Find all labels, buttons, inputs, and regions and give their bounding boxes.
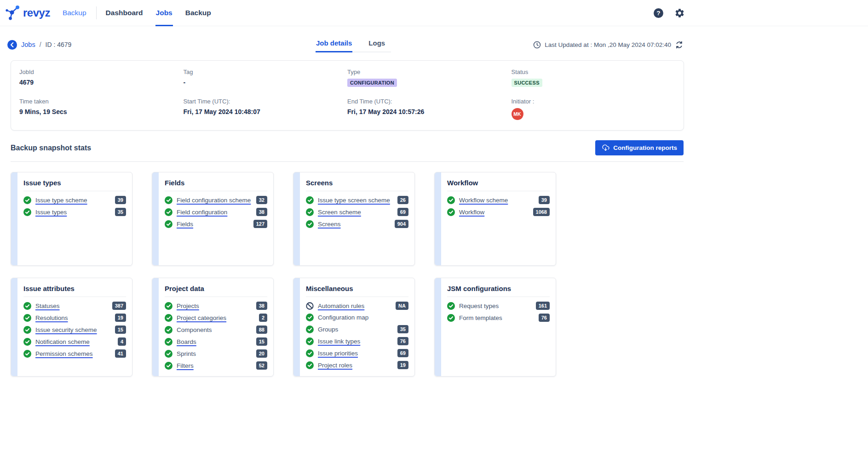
stat-item-link[interactable]: Automation rules bbox=[318, 303, 364, 309]
stat-item-boards: Boards15 bbox=[165, 336, 267, 348]
stat-item-permission-schemes: Permission schemes41 bbox=[23, 348, 126, 360]
nav-item-jobs[interactable]: Jobs bbox=[155, 0, 173, 26]
success-check-icon bbox=[165, 362, 172, 370]
brand[interactable]: revyz bbox=[5, 4, 50, 22]
stat-item-link[interactable]: Projects bbox=[177, 303, 199, 309]
count-badge: NA bbox=[396, 302, 408, 310]
nav-menu: DashboardJobsBackup bbox=[105, 0, 212, 26]
top-navigation: revyz Backup DashboardJobsBackup ? bbox=[0, 0, 868, 26]
card-accent-stripe bbox=[11, 278, 17, 376]
stat-item-link[interactable]: Issue security scheme bbox=[35, 326, 97, 333]
svg-text:?: ? bbox=[656, 10, 660, 17]
success-check-icon bbox=[23, 338, 31, 346]
stat-item-link[interactable]: Field configuration bbox=[177, 209, 227, 216]
stat-card-issue-types: Issue types Issue type scheme39 Issue ty… bbox=[11, 172, 132, 266]
job-field-type: TypeCONFIGURATION bbox=[347, 69, 512, 87]
success-check-icon bbox=[23, 314, 31, 322]
breadcrumb-jobs-link[interactable]: Jobs bbox=[21, 41, 35, 48]
product-label[interactable]: Backup bbox=[63, 9, 86, 17]
stat-item-link[interactable]: Field configuration scheme bbox=[177, 197, 251, 204]
job-field-label: Type bbox=[347, 69, 512, 75]
count-badge: 76 bbox=[539, 314, 550, 322]
stat-item-link[interactable]: Issue type scheme bbox=[35, 197, 87, 204]
job-field-value: Fri, 17 May 2024 10:48:07 bbox=[184, 108, 348, 115]
job-field-value: Fri, 17 May 2024 10:57:26 bbox=[347, 108, 512, 115]
card-accent-stripe bbox=[435, 278, 441, 376]
job-field-label: Initiator : bbox=[512, 98, 676, 105]
nav-item-backup[interactable]: Backup bbox=[185, 0, 212, 26]
stat-item-link[interactable]: Issue type screen scheme bbox=[318, 197, 390, 204]
stat-item-link[interactable]: Screen scheme bbox=[318, 209, 361, 216]
stat-item-link[interactable]: Workflow bbox=[459, 209, 484, 216]
count-badge: 1068 bbox=[533, 208, 550, 216]
stat-item-link[interactable]: Workflow scheme bbox=[459, 197, 508, 204]
success-check-icon bbox=[23, 302, 31, 310]
card-title: JSM configurations bbox=[447, 282, 550, 297]
stat-item-link[interactable]: Issue types bbox=[35, 209, 67, 216]
back-button[interactable] bbox=[7, 40, 17, 50]
job-field-value: - bbox=[184, 79, 348, 86]
count-badge: 35 bbox=[115, 208, 126, 216]
job-field-value: 9 Mins, 19 Secs bbox=[19, 108, 184, 115]
stat-item-link[interactable]: Filters bbox=[177, 362, 194, 369]
stat-item-link[interactable]: Resolutions bbox=[35, 314, 68, 321]
stat-item-issue-priorities: Issue priorities69 bbox=[306, 347, 408, 359]
success-check-icon bbox=[447, 302, 455, 310]
success-check-icon bbox=[165, 314, 172, 322]
stat-item-field-configuration-scheme: Field configuration scheme32 bbox=[165, 194, 267, 206]
job-field-label: End Time (UTC): bbox=[347, 98, 512, 105]
stat-item-notification-scheme: Notification scheme4 bbox=[23, 336, 126, 348]
stat-item-workflow-scheme: Workflow scheme39 bbox=[447, 194, 550, 206]
count-badge: 32 bbox=[256, 196, 267, 204]
initiator-avatar[interactable]: MK bbox=[512, 108, 523, 120]
count-badge: 52 bbox=[256, 361, 267, 370]
card-title: Issue types bbox=[23, 177, 126, 191]
stat-card-issue-attributes: Issue attributes Statuses387 Resolutions… bbox=[11, 278, 132, 377]
count-badge: 39 bbox=[115, 196, 126, 204]
success-check-icon bbox=[165, 220, 172, 228]
refresh-icon[interactable] bbox=[675, 40, 684, 49]
card-title: Screens bbox=[306, 177, 408, 191]
detail-tabs: Job detailsLogs bbox=[316, 36, 391, 52]
page-header: Jobs / ID : 4679 Job detailsLogs Last Up… bbox=[0, 35, 695, 54]
stat-item-link[interactable]: Project categories bbox=[177, 314, 226, 321]
stat-item-statuses: Statuses387 bbox=[23, 300, 126, 312]
count-badge: 39 bbox=[539, 196, 550, 204]
count-badge: 69 bbox=[397, 349, 408, 357]
count-badge: 19 bbox=[115, 314, 126, 322]
stat-item-link[interactable]: Statuses bbox=[35, 303, 60, 309]
count-badge: 38 bbox=[256, 302, 267, 310]
stat-item-link[interactable]: Permission schemes bbox=[35, 350, 93, 357]
stat-item-label: Groups bbox=[318, 326, 338, 333]
stat-item-screen-scheme: Screen scheme69 bbox=[306, 206, 408, 218]
blocked-icon bbox=[306, 302, 314, 310]
card-accent-stripe bbox=[293, 172, 300, 265]
success-check-icon bbox=[165, 350, 172, 358]
count-badge: 88 bbox=[256, 326, 267, 334]
success-check-icon bbox=[23, 326, 31, 334]
job-field-label: JobId bbox=[19, 69, 184, 75]
tab-job-details[interactable]: Job details bbox=[316, 36, 352, 52]
configuration-reports-label: Configuration reports bbox=[613, 144, 677, 151]
count-badge: 38 bbox=[256, 208, 267, 216]
stat-item-link[interactable]: Issue link types bbox=[318, 338, 360, 345]
card-accent-stripe bbox=[152, 172, 159, 265]
stat-item-link[interactable]: Notification scheme bbox=[35, 338, 90, 345]
count-badge: 15 bbox=[256, 337, 267, 346]
gear-icon[interactable] bbox=[674, 8, 685, 18]
card-title: Issue attributes bbox=[23, 282, 126, 297]
nav-item-dashboard[interactable]: Dashboard bbox=[105, 0, 144, 26]
stats-section-header: Backup snapshot stats Configuration repo… bbox=[11, 140, 684, 155]
stat-item-link[interactable]: Project roles bbox=[318, 362, 352, 369]
stat-item-link[interactable]: Screens bbox=[318, 221, 341, 228]
success-check-icon bbox=[306, 314, 314, 321]
stat-item-link[interactable]: Boards bbox=[177, 338, 196, 345]
stat-item-link[interactable]: Fields bbox=[177, 221, 193, 228]
count-badge: 127 bbox=[253, 220, 267, 228]
tab-logs[interactable]: Logs bbox=[368, 36, 385, 52]
card-accent-stripe bbox=[11, 172, 17, 265]
configuration-reports-button[interactable]: Configuration reports bbox=[595, 140, 684, 155]
help-icon[interactable]: ? bbox=[653, 8, 664, 18]
stat-item-link[interactable]: Issue priorities bbox=[318, 350, 358, 357]
success-check-icon bbox=[447, 196, 455, 204]
